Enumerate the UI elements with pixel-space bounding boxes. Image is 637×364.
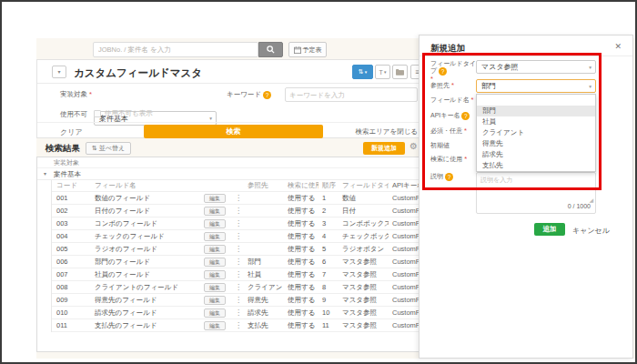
dropdown-option[interactable]	[477, 95, 595, 106]
cell-code: 002	[52, 207, 90, 215]
cell-reference: 支払先	[244, 321, 284, 330]
cell-search-use: 使用する	[284, 207, 318, 216]
keyword-input[interactable]	[285, 87, 418, 102]
cell-field-name: 日付のフィールド	[90, 207, 204, 216]
edit-button[interactable]: 編集	[204, 283, 226, 292]
kebab-menu-icon[interactable]: ⋮	[231, 194, 244, 202]
resize-handle-icon[interactable]: ◢	[589, 197, 593, 203]
cell-field-type: マスタ参照	[339, 321, 389, 330]
help-icon[interactable]: ?	[263, 91, 271, 99]
col-header-code: コード	[52, 181, 90, 190]
cell-search-use: 使用する	[284, 232, 318, 241]
search-submit-button[interactable]: 検索	[144, 125, 323, 138]
search-button[interactable]	[258, 42, 283, 57]
show-disabled-checkbox[interactable]	[94, 110, 101, 117]
target-field-label: 実装対象 *	[60, 90, 92, 99]
dropdown-option[interactable]: 社員	[477, 116, 595, 127]
cell-reference: クライアント	[244, 283, 284, 292]
kebab-menu-icon[interactable]: ⋮	[231, 232, 244, 240]
edit-button[interactable]: 編集	[204, 308, 226, 318]
add-submit-button[interactable]: 追加	[534, 223, 565, 236]
edit-button[interactable]: 編集	[204, 207, 226, 216]
edit-button[interactable]: 編集	[204, 219, 226, 228]
reorder-button[interactable]: ⇅並べ替え	[86, 142, 131, 155]
help-icon[interactable]: ?	[461, 112, 470, 120]
kebab-menu-icon[interactable]: ⋮	[231, 270, 244, 278]
cancel-button[interactable]: キャンセル	[572, 226, 610, 236]
kebab-menu-icon[interactable]: ⋮	[231, 245, 244, 253]
page-title: カスタムフィールドマスタ	[74, 66, 202, 80]
edit-button[interactable]: 編集	[204, 245, 226, 254]
dropdown-option[interactable]: 得意先	[477, 138, 595, 149]
kebab-menu-icon[interactable]: ⋮	[231, 308, 244, 317]
help-icon[interactable]: ?	[439, 67, 447, 76]
sort-order-button[interactable]: ⇅▾	[352, 65, 373, 79]
cell-code: 004	[52, 232, 90, 240]
schedule-button[interactable]: 予定表	[288, 42, 327, 57]
dropdown-option[interactable]: 部門	[477, 106, 595, 116]
help-icon[interactable]: ?	[445, 173, 453, 181]
sort-icon: ⇅	[359, 68, 364, 76]
cell-field-name: 数値のフィールド	[90, 194, 204, 203]
close-search-area-link[interactable]: 検索エリアを閉じる	[338, 127, 418, 136]
cell-field-type: コンボボックス	[339, 219, 389, 228]
clear-button[interactable]: クリア	[60, 127, 83, 137]
group-value: 案件基本	[54, 170, 81, 178]
required-mark: *	[451, 81, 454, 89]
cell-field-name: 得意先のフィールド	[90, 296, 204, 305]
add-new-button[interactable]: 新規追加	[363, 142, 405, 155]
cell-search-use: 使用する	[284, 258, 318, 267]
kebab-menu-icon[interactable]: ⋮	[231, 219, 244, 228]
cell-search-use: 使用する	[284, 321, 318, 330]
folder-button[interactable]	[392, 65, 408, 79]
edit-button[interactable]: 編集	[204, 232, 226, 241]
results-title: 検索結果	[46, 143, 80, 155]
field-type-select[interactable]: マスタ参照▾	[476, 60, 596, 74]
col-header-field-name: フィールド名	[90, 181, 204, 190]
cell-search-use: 使用する	[284, 308, 318, 318]
folder-icon	[396, 68, 404, 76]
cell-search-use: 使用する	[284, 245, 318, 254]
cell-code: 010	[52, 308, 90, 317]
close-icon[interactable]: ✕	[614, 42, 622, 51]
cell-order: 7	[318, 270, 339, 278]
cell-order: 9	[318, 296, 339, 304]
cell-search-use: 使用する	[284, 219, 318, 228]
kebab-menu-icon[interactable]: ⋮	[231, 296, 244, 304]
edit-button[interactable]: 編集	[204, 321, 226, 330]
edit-button[interactable]: 編集	[204, 270, 226, 279]
schedule-button-label: 予定表	[303, 46, 322, 55]
job-search-input[interactable]	[93, 42, 258, 57]
required-mark: *	[89, 90, 92, 98]
kebab-menu-icon[interactable]: ⋮	[231, 321, 244, 329]
gear-icon[interactable]: ⚙	[410, 141, 418, 151]
kebab-menu-icon[interactable]: ⋮	[231, 258, 244, 266]
cell-search-use: 使用する	[284, 270, 318, 279]
collapse-page-button[interactable]: ▾	[52, 66, 66, 78]
edit-button[interactable]: 編集	[204, 296, 226, 305]
edit-button[interactable]: 編集	[204, 258, 226, 267]
cell-reference: 社員	[244, 270, 284, 279]
col-header-order: 順序	[318, 181, 339, 190]
dropdown-option[interactable]: 支払先	[477, 160, 595, 171]
cell-field-type: 日付	[339, 207, 389, 216]
cell-code: 006	[52, 258, 90, 266]
edit-button[interactable]: 編集	[204, 194, 226, 203]
dropdown-option[interactable]: クライアント	[477, 127, 595, 138]
filter-button[interactable]: T▾	[375, 65, 390, 79]
cell-field-name: 支払先のフィールド	[90, 321, 204, 330]
col-header-search-use: 検索に使用	[284, 181, 318, 190]
caret-down-icon: ▾	[589, 65, 592, 70]
cell-field-name: チェックのフィールド	[90, 232, 204, 241]
dropdown-option[interactable]: 請求先	[477, 149, 595, 160]
drawer-title: 新規追加	[430, 43, 465, 55]
reference-select[interactable]: 部門▾	[476, 79, 596, 93]
cell-code: 003	[52, 219, 90, 228]
app-window: 予定表 ▾ カスタムフィールドマスタ ⇅▾ T▾ ≡ 実装対象 * 案件基本▾ …	[0, 0, 637, 364]
cell-reference: 部門	[244, 258, 284, 267]
kebab-menu-icon[interactable]: ⋮	[231, 207, 244, 215]
cell-field-name: 部門のフィールド	[90, 258, 204, 267]
description-textarea[interactable]: 説明を入力 ◢ 0 / 1000	[476, 172, 596, 214]
row-expand-icon[interactable]: ▾	[44, 168, 46, 180]
kebab-menu-icon[interactable]: ⋮	[231, 283, 244, 291]
